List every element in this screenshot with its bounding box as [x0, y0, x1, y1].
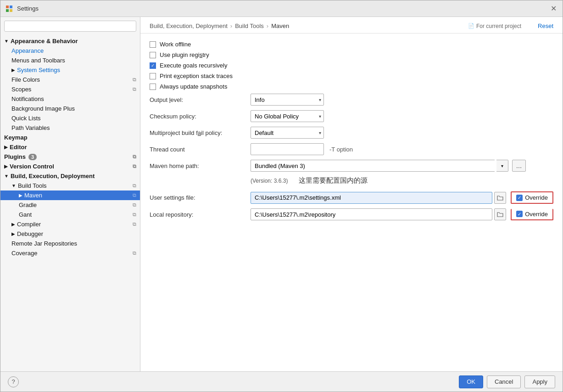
sidebar-item-version-control[interactable]: ▶ Version Control ⧉: [0, 162, 140, 171]
sidebar-label: Build, Execution, Deployment: [11, 173, 95, 179]
maven-home-dropdown-btn[interactable]: ▾: [496, 160, 508, 172]
sidebar-label: Remote Jar Repositories: [11, 240, 77, 247]
checksum-policy-dropdown-wrapper: No Global Policy Warn Fail Ignore ▾: [251, 110, 324, 122]
copy-icon: ⧉: [133, 212, 136, 218]
user-settings-override-checkbox[interactable]: ✓: [516, 195, 523, 201]
sidebar-label: Appearance & Behavior: [11, 38, 78, 45]
svg-rect-2: [6, 9, 9, 12]
local-repo-override-checkbox[interactable]: ✓: [516, 211, 523, 217]
sidebar-item-debugger[interactable]: ▶ Debugger: [0, 229, 140, 239]
sidebar-item-quick-lists[interactable]: Quick Lists: [0, 113, 140, 123]
sidebar-label: Maven: [24, 192, 42, 199]
sidebar-item-build-tools[interactable]: ▼ Build Tools ⧉: [0, 181, 140, 190]
output-level-dropdown[interactable]: Info Debug Warn Error: [251, 94, 324, 106]
expand-arrow-icon: ▼: [4, 174, 9, 179]
user-settings-browse-btn[interactable]: [494, 192, 506, 204]
sidebar-label: Coverage: [11, 250, 37, 257]
sidebar-item-compiler[interactable]: ▶ Compiler ⧉: [0, 219, 140, 229]
execute-goals-text: Execute goals recursively: [160, 62, 227, 69]
checksum-policy-label: Checksum policy:: [150, 113, 251, 120]
svg-rect-0: [6, 6, 9, 8]
sidebar-item-editor[interactable]: ▶ Editor: [0, 142, 140, 152]
reset-button[interactable]: Reset: [538, 22, 553, 29]
cancel-button[interactable]: Cancel: [487, 375, 521, 388]
sidebar-label: Appearance: [11, 47, 44, 54]
maven-home-browse-btn[interactable]: …: [512, 160, 526, 172]
app-icon: [5, 5, 13, 13]
always-update-label[interactable]: Always update snapshots: [150, 83, 227, 90]
multiproject-dropdown[interactable]: Default Fail at End Never Fail Fail Fast: [251, 127, 324, 139]
sidebar-item-notifications[interactable]: Notifications: [0, 94, 140, 104]
print-exception-checkbox[interactable]: [150, 73, 156, 79]
print-exception-text: Print exception stack traces: [160, 73, 233, 79]
search-input[interactable]: [4, 21, 136, 32]
copy-icon: ⧉: [133, 250, 136, 256]
sidebar-item-coverage[interactable]: Coverage ⧉: [0, 248, 140, 258]
work-offline-checkbox[interactable]: [150, 41, 156, 48]
sidebar-item-background-image-plus[interactable]: Background Image Plus: [0, 104, 140, 113]
sidebar-item-path-variables[interactable]: Path Variables: [0, 123, 140, 133]
ok-button[interactable]: OK: [459, 375, 483, 388]
sidebar-item-system-settings[interactable]: ▶ System Settings: [0, 65, 140, 75]
sidebar-label: Plugins: [4, 153, 26, 160]
work-offline-label[interactable]: Work offline: [150, 41, 191, 48]
local-repo-input[interactable]: [251, 208, 492, 220]
close-button[interactable]: ✕: [549, 4, 558, 13]
sidebar-item-appearance-behavior[interactable]: ▼ Appearance & Behavior: [0, 36, 140, 46]
sidebar-item-gant[interactable]: Gant ⧉: [0, 210, 140, 219]
checksum-policy-row: Checksum policy: No Global Policy Warn F…: [150, 110, 553, 122]
expand-arrow-icon: ▶: [4, 145, 8, 150]
user-settings-override[interactable]: ✓ Override: [516, 194, 548, 201]
always-update-text: Always update snapshots: [160, 83, 227, 90]
print-exception-label[interactable]: Print exception stack traces: [150, 73, 233, 79]
multiproject-dropdown-wrapper: Default Fail at End Never Fail Fail Fast…: [251, 127, 324, 139]
apply-button[interactable]: Apply: [524, 375, 555, 388]
local-repo-browse-btn[interactable]: [494, 208, 506, 220]
footer: ? OK Cancel Apply: [0, 371, 563, 392]
sidebar-label: Gradle: [19, 202, 37, 208]
t-option-label: -T option: [329, 146, 353, 153]
breadcrumb-current: Maven: [271, 22, 289, 29]
sidebar-item-maven[interactable]: ▶ Maven ⧉: [0, 190, 140, 200]
checksum-policy-dropdown[interactable]: No Global Policy Warn Fail Ignore: [251, 110, 324, 122]
output-level-dropdown-wrapper: Info Debug Warn Error ▾: [251, 94, 324, 106]
override-label-2: Override: [525, 211, 548, 218]
always-update-row: Always update snapshots: [150, 83, 553, 90]
thread-count-row: Thread count -T option: [150, 143, 553, 155]
local-repo-label: Local repository:: [150, 211, 251, 218]
sidebar-item-gradle[interactable]: Gradle ⧉: [0, 200, 140, 210]
use-plugin-registry-checkbox[interactable]: [150, 52, 156, 58]
sidebar-item-keymap[interactable]: Keymap: [0, 133, 140, 142]
user-settings-input[interactable]: [251, 192, 492, 204]
sidebar-label: File Colors: [11, 76, 40, 83]
sidebar-item-build-exec-deploy[interactable]: ▼ Build, Execution, Deployment: [0, 171, 140, 181]
output-level-row: Output level: Info Debug Warn Error ▾: [150, 94, 553, 106]
execute-goals-checkbox[interactable]: ✓: [150, 62, 156, 69]
help-button[interactable]: ?: [8, 376, 19, 387]
sidebar-item-menus-toolbars[interactable]: Menus and Toolbars: [0, 56, 140, 65]
for-current-project: 📄 For current project: [468, 23, 521, 29]
expand-arrow-icon: ▼: [11, 183, 16, 188]
local-repo-override-section: ✓ Override: [511, 209, 553, 220]
copy-icon: ⧉: [133, 192, 136, 198]
maven-home-input[interactable]: [251, 160, 495, 172]
sidebar-label: System Settings: [17, 67, 60, 73]
use-plugin-registry-label[interactable]: Use plugin registry: [150, 51, 209, 58]
local-repo-override[interactable]: ✓ Override: [516, 211, 548, 218]
sidebar-item-plugins[interactable]: Plugins 3 ⧉: [0, 152, 140, 162]
breadcrumb-part-2: Build Tools: [235, 22, 264, 29]
always-update-checkbox[interactable]: [150, 84, 156, 90]
sidebar-label: Compiler: [17, 221, 41, 228]
override-label-1: Override: [525, 194, 548, 201]
output-level-label: Output level:: [150, 96, 251, 103]
svg-rect-1: [10, 6, 12, 8]
multiproject-row: Multiproject build fail policy: Default …: [150, 127, 553, 139]
execute-goals-label[interactable]: ✓ Execute goals recursively: [150, 62, 227, 69]
sidebar-item-scopes[interactable]: Scopes ⧉: [0, 84, 140, 94]
sidebar-item-remote-jar[interactable]: Remote Jar Repositories: [0, 239, 140, 248]
copy-icon: ⧉: [133, 163, 136, 169]
checksum-policy-control: No Global Policy Warn Fail Ignore ▾: [251, 110, 324, 122]
thread-count-input[interactable]: [251, 143, 324, 155]
sidebar-item-file-colors[interactable]: File Colors ⧉: [0, 75, 140, 84]
sidebar-item-appearance[interactable]: Appearance: [0, 46, 140, 56]
